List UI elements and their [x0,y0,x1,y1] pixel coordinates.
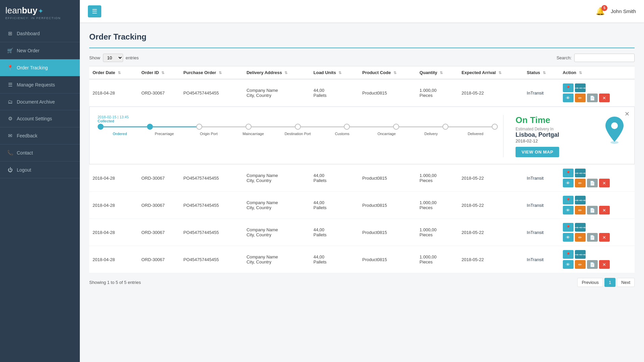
table-row: 2018-04-28 ORD-30067 PO454757445455 Comp… [89,246,635,273]
logo-decoration: ✦ [38,7,44,15]
cell-product-code: Product0815 [359,219,416,246]
view-button[interactable]: 👁 [563,233,574,242]
location-button[interactable]: 📍 [563,250,574,259]
action-row-bottom: 👁 ✏ 📄 ✕ [563,260,631,269]
next-page-button[interactable]: Next [617,278,635,287]
edit-button[interactable]: ✏ [575,260,586,269]
col-header-order_id[interactable]: Order ID ⇅ [138,66,180,79]
document-button[interactable]: 📄 [587,260,598,269]
location-button[interactable]: 📍 [563,196,574,204]
timeline-label-7: Delivery [409,132,453,136]
status-badge: InTransit [527,230,544,235]
cell-delivery-address: Company NameCity, Country [243,192,310,219]
view-button[interactable]: 👁 [563,260,574,269]
view-button[interactable]: 👁 [563,94,574,102]
document-button[interactable]: 📄 [587,179,598,187]
delete-button[interactable]: ✕ [599,206,610,215]
search-input[interactable] [574,54,635,62]
delete-button[interactable]: ✕ [599,233,610,242]
document-button[interactable]: 📄 [587,94,598,102]
cell-purchase-order: PO454757445455 [180,79,243,107]
timeline-line-0 [104,126,147,127]
cell-status: InTransit [524,192,559,219]
cell-delivery-address: Company NameCity, Country [243,79,310,107]
document-button[interactable]: 📄 [587,206,598,215]
view-on-map-button[interactable]: VIEW ON MAP [516,147,559,157]
sidebar-item-feedback[interactable]: ✉ Feedback [0,127,80,144]
page-1-button[interactable]: 1 [604,278,615,287]
notification-badge: 5 [601,5,607,11]
edit-button[interactable]: ✏ [575,94,586,102]
col-header-purchase_order[interactable]: Purchase Order ⇅ [180,66,243,79]
document-button[interactable]: 📄 [587,233,598,242]
feedback-label: Feedback [17,133,37,138]
col-header-delivery_address[interactable]: Delivery Address ⇅ [243,66,310,79]
timeline-label-6: Oncarriage [364,132,409,136]
tracking-button[interactable]: ⊸⊸⊸ [575,196,586,204]
timeline-node-0 [98,124,104,130]
show-entries-control: Show 10 25 50 100 entries [89,54,139,62]
show-label: Show [89,55,100,60]
col-header-expected_arrival[interactable]: Expected Arrival ⇅ [458,66,524,79]
sidebar-item-account-settings[interactable]: ⚙ Account Settings [0,110,80,127]
tracking-panel-close[interactable]: ✕ [625,110,630,118]
location-button[interactable]: 📍 [563,83,574,92]
col-header-action[interactable]: Action ⇅ [559,66,635,79]
col-header-product_code[interactable]: Product Code ⇅ [359,66,416,79]
sidebar-item-order-tracking[interactable]: 📍 Order Tracking [0,59,80,76]
sidebar-item-logout[interactable]: ⏻ Logout [0,162,80,178]
sidebar-item-dashboard[interactable]: ⊞ Dashboard [0,25,80,42]
tracking-button[interactable]: ⊸⊸⊸ [575,250,586,259]
sidebar-item-new-order[interactable]: 🛒 New Order [0,42,80,59]
tracking-button[interactable]: ⊸⊸⊸ [575,169,586,177]
contact-label: Contact [17,150,33,156]
sidebar-item-manage-requests[interactable]: ☰ Manage Requests [0,76,80,94]
col-header-order_date[interactable]: Order Date ⇅ [89,66,138,79]
view-button[interactable]: 👁 [563,179,574,187]
col-header-load_units[interactable]: Load Units ⇅ [310,66,359,79]
col-header-quantity[interactable]: Quantity ⇅ [416,66,458,79]
showing-entries-text: Showing 1 to 5 of 5 entries [89,280,141,285]
prev-page-button[interactable]: Previous [577,278,603,287]
tracking-panel: ✕ 2018-02-15 | 13:45 Collected OrderedPr… [89,107,635,164]
entries-select[interactable]: 10 25 50 100 [103,54,123,62]
sort-icon-status: ⇅ [543,71,546,75]
cell-order-date: 2018-04-28 [89,192,138,219]
cell-order-id: ORD-30067 [138,79,180,107]
tracking-button[interactable]: ⊸⊸⊸ [575,83,586,92]
logo-area: lean buy ✦ EFFICIENCY: IN PERFECTION [0,0,80,25]
edit-button[interactable]: ✏ [575,206,586,215]
location-button[interactable]: 📍 [563,223,574,232]
tracking-timeline: 2018-02-15 | 13:45 Collected OrderedPrec… [98,115,498,136]
cell-purchase-order: PO454757445455 [180,246,243,273]
delete-button[interactable]: ✕ [599,94,610,102]
col-header-status[interactable]: Status ⇅ [524,66,559,79]
timeline-node-1 [147,124,153,130]
tracking-button[interactable]: ⊸⊸⊸ [575,223,586,232]
search-label: Search: [556,55,572,60]
timeline-label-3: Maincarriage [231,132,276,136]
hamburger-button[interactable]: ☰ [88,5,101,17]
sidebar-item-contact[interactable]: 📞 Contact [0,144,80,162]
cell-order-date: 2018-04-28 [89,79,138,107]
delete-button[interactable]: ✕ [599,260,610,269]
location-button[interactable]: 📍 [563,169,574,177]
notification-bell[interactable]: 🔔 5 [596,7,605,16]
table-row: 2018-04-28 ORD-30067 PO454757445455 Comp… [89,79,635,107]
timeline-label-5: Customs [320,132,365,136]
timeline-label-1: Precarriage [142,132,187,136]
timeline-label-4: Destination Port [275,132,320,136]
tracking-panel-row: ✕ 2018-02-15 | 13:45 Collected OrderedPr… [89,107,635,165]
dashboard-label: Dashboard [17,31,40,36]
cell-order-id: ORD-30067 [138,192,180,219]
contact-icon: 📞 [7,150,13,156]
view-button[interactable]: 👁 [563,206,574,215]
cell-purchase-order: PO454757445455 [180,219,243,246]
table-row: 2018-04-28 ORD-30067 PO454757445455 Comp… [89,192,635,219]
sidebar-item-document-archive[interactable]: 🗂 Document Archive [0,94,80,110]
action-row-top: 📍 ⊸⊸⊸ [563,169,631,177]
edit-button[interactable]: ✏ [575,233,586,242]
user-area: 🔔 5 John Smith [596,7,636,16]
delete-button[interactable]: ✕ [599,179,610,187]
edit-button[interactable]: ✏ [575,179,586,187]
